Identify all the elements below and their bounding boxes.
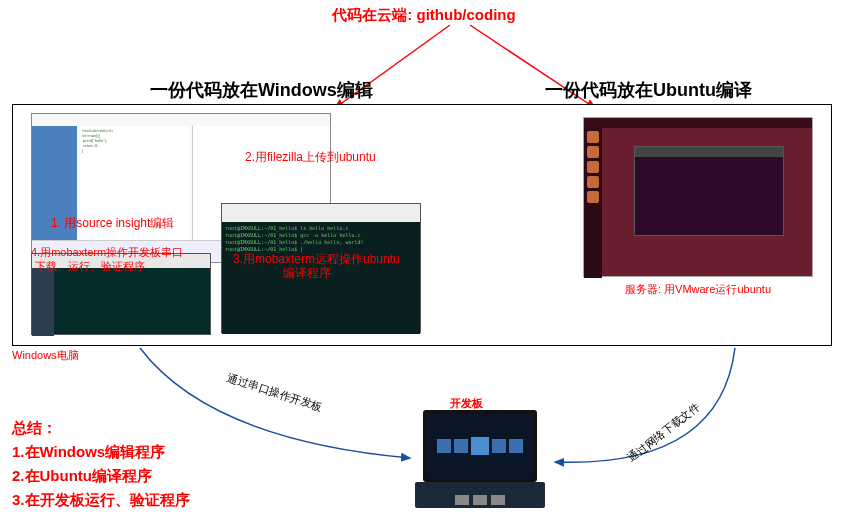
ubuntu-dock-icon <box>587 176 599 188</box>
board-tile-icon <box>437 439 451 453</box>
workflow-box: #include<stdio.h>int main(){ printf("hel… <box>12 104 832 346</box>
ubuntu-group: 服务器: 用VMware运行ubuntu <box>583 117 813 317</box>
windows-pc-label: Windows电脑 <box>12 348 79 363</box>
anno-moba-serial: 4.用mobaxterm操作开发板串口 <box>31 245 183 260</box>
board-tile-icon <box>471 437 489 455</box>
ubuntu-topbar <box>584 118 812 128</box>
cloud-code-label: 代码在云端: github/coding <box>332 6 515 25</box>
ubuntu-dock-icon <box>587 191 599 203</box>
board-tile-icon <box>454 439 468 453</box>
ubuntu-terminal-window <box>634 146 784 236</box>
anno-moba-serial-line2: 下载、运行、验证程序 <box>35 259 145 274</box>
board-screen <box>423 410 537 482</box>
ubuntu-dock-icon <box>587 161 599 173</box>
board-tile-icon <box>492 439 506 453</box>
summary-block: 总结： 1.在Windows编辑程序 2.在Ubuntu编译程序 3.在开发板运… <box>12 416 190 512</box>
path-label-network: 通过网络下载文件 <box>625 400 704 466</box>
board-tile-icon <box>509 439 523 453</box>
ubuntu-dock-icon <box>587 146 599 158</box>
summary-line-2: 2.在Ubuntu编译程序 <box>12 464 190 488</box>
summary-line-1: 1.在Windows编辑程序 <box>12 440 190 464</box>
ubuntu-desktop-window <box>583 117 813 277</box>
moba-serial-sidebar <box>32 268 54 336</box>
board-port-icon <box>491 495 505 505</box>
moba-remote-titlebar <box>222 204 420 222</box>
board-base <box>415 482 545 508</box>
anno-filezilla: 2.用filezilla上传到ubuntu <box>245 149 376 166</box>
heading-ubuntu: 一份代码放在Ubuntu编译 <box>545 78 752 102</box>
heading-windows: 一份代码放在Windows编辑 <box>150 78 373 102</box>
path-label-serial: 通过串口操作开发板 <box>225 370 324 415</box>
board-port-icon <box>473 495 487 505</box>
ubuntu-dock <box>584 128 602 278</box>
dev-board <box>415 410 545 510</box>
anno-source-insight: 1. 用source insight编辑 <box>51 215 174 232</box>
board-port-icon <box>455 495 469 505</box>
devboard-label: 开发板 <box>450 396 483 411</box>
anno-moba-remote-line2: 编译程序 <box>283 265 331 282</box>
ubuntu-terminal-titlebar <box>635 147 783 157</box>
summary-line-3: 3.在开发板运行、验证程序 <box>12 488 190 512</box>
ubuntu-caption: 服务器: 用VMware运行ubuntu <box>583 282 813 297</box>
ubuntu-dock-icon <box>587 131 599 143</box>
summary-title: 总结： <box>12 416 190 440</box>
